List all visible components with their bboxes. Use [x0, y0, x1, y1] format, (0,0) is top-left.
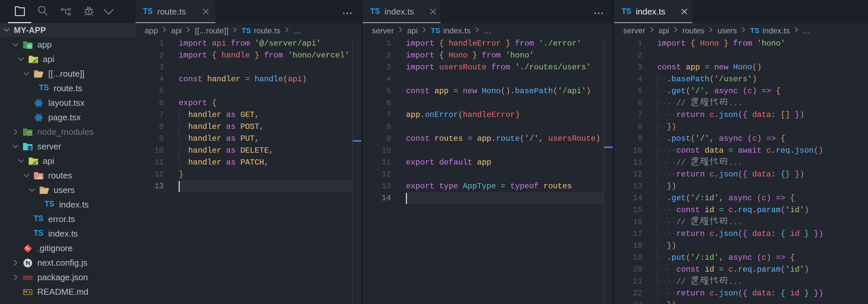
- svg-text:JS: JS: [28, 132, 31, 135]
